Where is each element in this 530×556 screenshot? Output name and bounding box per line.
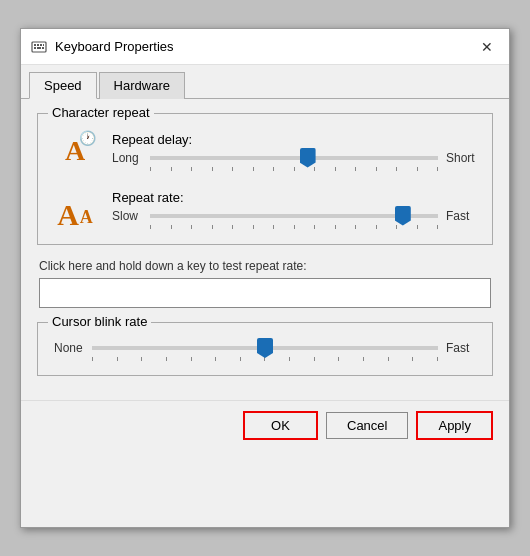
tab-bar: Speed Hardware: [21, 65, 509, 99]
cursor-blink-right-label: Fast: [446, 341, 476, 355]
repeat-rate-controls: Repeat rate: Slow Fast: [112, 190, 476, 229]
character-repeat-section: Character repeat A 🕐 Repeat delay: Long …: [37, 113, 493, 245]
test-input-label: Click here and hold down a key to test r…: [39, 259, 491, 273]
cursor-blink-left-label: None: [54, 341, 84, 355]
svg-rect-2: [37, 44, 39, 46]
repeat-delay-left-label: Long: [112, 151, 142, 165]
rate-big-a: A: [57, 200, 79, 230]
svg-rect-6: [37, 47, 41, 49]
test-input-section: Click here and hold down a key to test r…: [37, 259, 493, 308]
clock-icon: 🕐: [79, 130, 96, 146]
keyboard-icon: [31, 39, 47, 55]
repeat-rate-slider[interactable]: [150, 214, 438, 218]
tab-hardware[interactable]: Hardware: [99, 72, 185, 99]
keyboard-properties-window: Keyboard Properties ✕ Speed Hardware Cha…: [20, 28, 510, 528]
repeat-delay-slider[interactable]: [150, 156, 438, 160]
svg-rect-3: [40, 44, 42, 46]
svg-rect-7: [42, 47, 44, 49]
cursor-blink-slider[interactable]: [92, 346, 438, 350]
title-bar: Keyboard Properties ✕: [21, 29, 509, 65]
apply-button[interactable]: Apply: [416, 411, 493, 440]
rate-small-a: A: [80, 207, 93, 228]
repeat-delay-icon: A 🕐: [54, 130, 96, 172]
repeat-delay-right-label: Short: [446, 151, 476, 165]
repeat-rate-slider-row: Slow Fast: [112, 209, 476, 223]
cursor-blink-title: Cursor blink rate: [48, 314, 151, 329]
cursor-blink-section: Cursor blink rate None Fast: [37, 322, 493, 376]
repeat-rate-label: Repeat rate:: [112, 190, 476, 205]
svg-rect-1: [34, 44, 36, 46]
cursor-blink-slider-row: None Fast: [54, 341, 476, 355]
main-content: Character repeat A 🕐 Repeat delay: Long …: [21, 99, 509, 400]
svg-rect-5: [34, 47, 36, 49]
tab-speed[interactable]: Speed: [29, 72, 97, 99]
repeat-delay-label: Repeat delay:: [112, 132, 476, 147]
svg-rect-4: [43, 44, 44, 46]
title-bar-left: Keyboard Properties: [31, 39, 174, 55]
repeat-rate-row: A A Repeat rate: Slow Fast: [54, 188, 476, 230]
cancel-button[interactable]: Cancel: [326, 412, 408, 439]
repeat-rate-right-label: Fast: [446, 209, 476, 223]
ok-button[interactable]: OK: [243, 411, 318, 440]
repeat-delay-slider-row: Long Short: [112, 151, 476, 165]
footer: OK Cancel Apply: [21, 400, 509, 450]
repeat-delay-controls: Repeat delay: Long Short: [112, 132, 476, 171]
repeat-rate-left-label: Slow: [112, 209, 142, 223]
test-input-field[interactable]: [39, 278, 491, 308]
close-button[interactable]: ✕: [475, 35, 499, 59]
repeat-rate-icon: A A: [54, 188, 96, 230]
character-repeat-title: Character repeat: [48, 105, 154, 120]
window-title: Keyboard Properties: [55, 39, 174, 54]
repeat-delay-row: A 🕐 Repeat delay: Long Short: [54, 130, 476, 172]
